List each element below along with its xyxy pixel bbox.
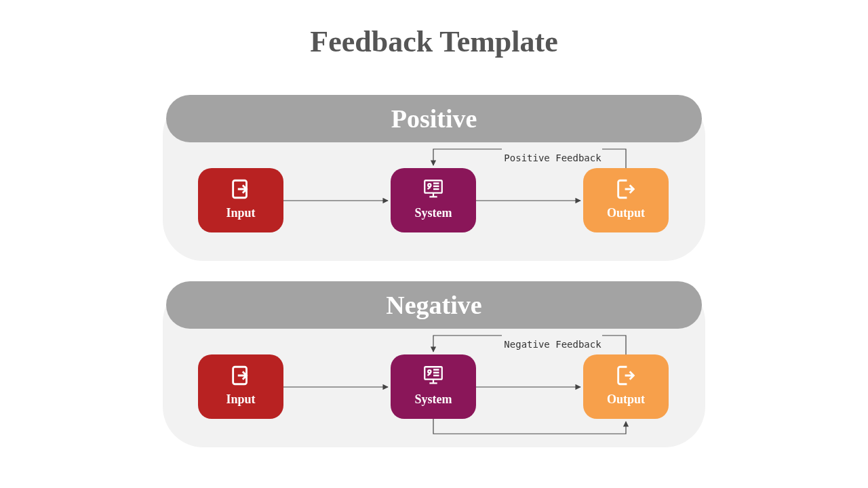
negative-panel: Negative Input System Outp <box>163 281 705 447</box>
negative-output-label: Output <box>583 392 669 407</box>
negative-system-label: System <box>391 392 476 407</box>
negative-system-node: System <box>391 354 476 419</box>
negative-input-label: Input <box>198 392 283 407</box>
negative-input-node: Input <box>198 354 283 419</box>
output-icon <box>583 168 669 205</box>
positive-output-node: Output <box>583 168 669 232</box>
system-icon <box>391 168 476 205</box>
svg-point-7 <box>428 370 431 373</box>
system-icon <box>391 354 476 391</box>
positive-system-label: System <box>391 206 476 220</box>
positive-feedback-label: Positive Feedback <box>495 152 610 163</box>
positive-input-label: Input <box>198 206 283 220</box>
positive-header: Positive <box>166 95 702 142</box>
input-icon <box>198 168 283 205</box>
positive-system-node: System <box>391 168 476 232</box>
output-icon <box>583 354 669 391</box>
negative-header: Negative <box>166 281 702 329</box>
svg-point-2 <box>428 184 431 186</box>
page-title: Feedback Template <box>0 24 868 59</box>
negative-feedback-label: Negative Feedback <box>495 339 610 350</box>
positive-panel: Positive Input System Outp <box>163 95 705 261</box>
input-icon <box>198 354 283 391</box>
negative-output-node: Output <box>583 354 669 419</box>
positive-output-label: Output <box>583 206 669 220</box>
positive-input-node: Input <box>198 168 283 232</box>
